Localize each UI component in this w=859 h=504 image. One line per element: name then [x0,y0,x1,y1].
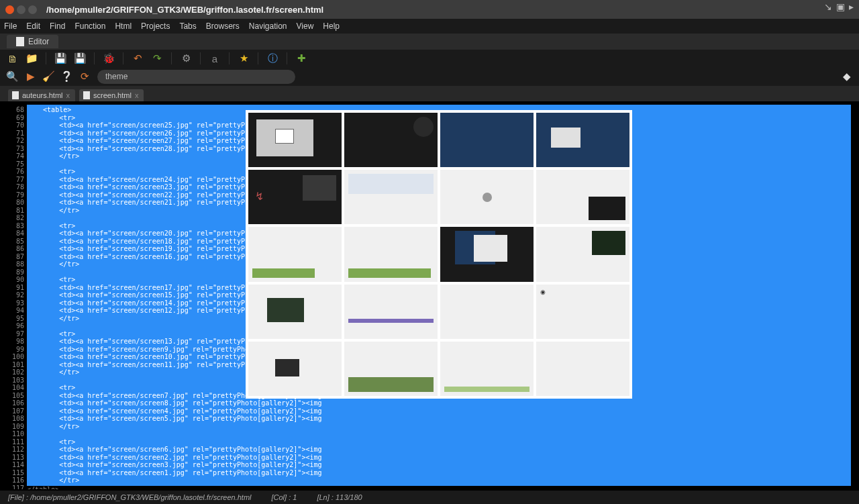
star-icon[interactable]: ★ [238,53,249,64]
panel-tabs: Editor [0,34,859,50]
menu-edit[interactable]: Edit [26,21,40,31]
thumbnail[interactable] [248,227,342,281]
save-icon[interactable]: 💾 [55,53,66,64]
maximize-button[interactable] [28,5,37,14]
help-search-icon[interactable]: ❔ [61,71,72,83]
toolbar: 🗎 📁 💾 💾 🐞 ↶ ↷ ⚙ a ★ ⓘ ✚ [0,50,859,67]
menu-file[interactable]: File [4,21,17,31]
panel-tab-label: Editor [28,37,49,46]
menu-tabs[interactable]: Tabs [179,21,196,31]
status-col: [Col] : 1 [272,493,297,501]
status-ln: [Ln] : 113/180 [317,493,362,501]
close-tab-icon[interactable]: x [66,91,70,99]
line-gutter: 6869707172737475767778798081828384858687… [8,105,27,489]
toolbar-separator [200,52,201,64]
thumbnail[interactable] [248,285,342,339]
thumbnail[interactable] [248,113,342,167]
format-icon[interactable]: a [209,53,220,64]
thumbnail[interactable] [536,227,629,281]
thumbnail[interactable] [344,113,438,167]
status-file: [File] : /home/pmuller2/GRIFFON_GTK3/WEB… [8,493,252,501]
save-as-icon[interactable]: 💾 [74,53,85,64]
file-tabbar: auteurs.html x screen.html x [0,86,859,101]
tray-icon[interactable]: ▸ [849,1,854,12]
close-search-icon[interactable]: ◆ [841,71,852,83]
file-tab-label: screen.html [93,91,132,99]
refresh-icon[interactable]: ⟳ [79,71,91,83]
thumbnail[interactable] [440,170,534,224]
clear-icon[interactable]: 🧹 [43,71,54,83]
bug-icon[interactable]: 🐞 [103,53,114,64]
thumbnail[interactable] [248,342,342,396]
menu-function[interactable]: Function [74,21,105,31]
thumbnail[interactable] [440,227,534,281]
document-icon [12,91,19,99]
menu-view[interactable]: View [297,21,314,31]
tray-icon[interactable]: ↘ [824,1,832,12]
thumbnail[interactable]: ◉ [536,285,629,339]
thumbnail-grid: ↯ ◉ [248,113,629,396]
window-titlebar[interactable]: /home/pmuller2/GRIFFON_GTK3/WEB/griffon.… [0,0,859,19]
document-icon [83,91,90,99]
thumbnail[interactable] [344,227,438,281]
thumbnail[interactable] [440,285,534,339]
document-icon [16,37,24,46]
thumbnail[interactable] [344,342,438,396]
plus-icon[interactable]: ✚ [296,53,307,64]
tray-icon[interactable]: ▣ [836,1,845,12]
close-tab-icon[interactable]: x [135,91,139,99]
toolbar-separator [46,52,46,64]
system-tray: ↘ ▣ ▸ [824,1,854,12]
status-bar: [File] : /home/pmuller2/GRIFFON_GTK3/WEB… [0,491,859,504]
file-tab-label: auteurs.html [22,91,63,99]
search-icon[interactable]: 🔍 [7,71,18,83]
menu-browsers[interactable]: Browsers [206,21,240,31]
preview-overlay[interactable]: ↯ ◉ [246,110,632,399]
toolbar-separator [287,52,287,64]
thumbnail[interactable] [536,342,629,396]
undo-icon[interactable]: ↶ [132,53,143,64]
search-input[interactable] [97,70,295,84]
menu-navigation[interactable]: Navigation [249,21,287,31]
panel-tab-editor[interactable]: Editor [7,35,58,48]
toolbar-separator [171,52,172,64]
thumbnail[interactable]: ↯ [248,170,342,224]
menu-projects[interactable]: Projects [141,21,170,31]
toolbar-separator [258,52,258,64]
thumbnail[interactable] [344,170,438,224]
gear-icon[interactable]: ⚙ [181,53,191,64]
menu-html[interactable]: Html [115,21,132,31]
thumbnail[interactable] [440,113,534,167]
new-file-icon[interactable]: 🗎 [7,53,17,64]
toolbar-separator [123,52,123,64]
open-file-icon[interactable]: 📁 [26,53,37,64]
redo-icon[interactable]: ↷ [152,53,162,64]
file-tab[interactable]: auteurs.html x [8,89,75,101]
toolbar-separator [229,52,230,64]
menu-help[interactable]: Help [323,21,340,31]
close-button[interactable] [5,5,14,14]
minimize-button[interactable] [17,5,26,14]
thumbnail[interactable] [536,170,629,224]
menubar: File Edit Find Function Html Projects Ta… [0,19,859,34]
menu-find[interactable]: Find [50,21,65,31]
next-icon[interactable]: ▶ [25,71,36,83]
toolbar-separator [94,52,95,64]
thumbnail[interactable] [344,285,438,339]
file-tab[interactable]: screen.html x [79,89,144,101]
search-bar: 🔍 ▶ 🧹 ❔ ⟳ ◆ [0,67,859,86]
thumbnail[interactable] [536,113,629,167]
window-title: /home/pmuller2/GRIFFON_GTK3/WEB/griffon.… [46,5,323,15]
info-icon[interactable]: ⓘ [267,53,278,64]
thumbnail[interactable] [440,342,534,396]
